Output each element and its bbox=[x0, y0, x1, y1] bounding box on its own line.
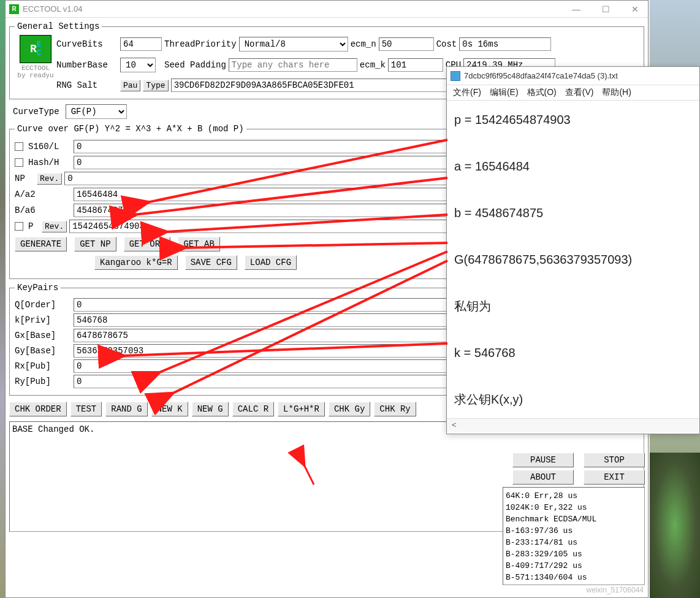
np-rev-button[interactable]: Rev. bbox=[37, 173, 62, 185]
watermark: weixin_51706044 bbox=[587, 586, 644, 594]
notepad-title: 7dcbc9f6f95c48dfaa24f47ca1e74da5 (3).txt bbox=[464, 71, 618, 80]
hash-checkbox[interactable] bbox=[15, 158, 23, 167]
side-panel: PAUSE STOP ABOUT EXIT 64K:0 Err,28 us 10… bbox=[503, 453, 645, 585]
stop-button[interactable]: STOP bbox=[584, 453, 645, 467]
notepad-menu-item[interactable]: 帮助(H) bbox=[602, 87, 631, 98]
btn-new-g[interactable]: NEW G bbox=[192, 402, 229, 416]
seedpadding-label: Seed Padding bbox=[164, 60, 226, 70]
np-label: NP bbox=[15, 174, 34, 183]
threadpriority-select[interactable]: Normal/8 bbox=[239, 37, 348, 52]
notepad-menu-item[interactable]: 格式(O) bbox=[527, 87, 557, 98]
keypairs-legend: KeyPairs bbox=[15, 283, 61, 293]
app-icon: R bbox=[9, 4, 19, 14]
p-checkbox[interactable] bbox=[15, 222, 23, 231]
notepad-menu-item[interactable]: 查看(V) bbox=[565, 87, 594, 98]
ecm-n-input[interactable] bbox=[379, 37, 434, 51]
curvebits-label: CurveBits bbox=[56, 39, 118, 49]
p-label: P bbox=[28, 221, 39, 231]
ecm-k-input[interactable] bbox=[388, 58, 443, 72]
rngsalt-label: RNG Salt bbox=[56, 80, 118, 90]
maximize-icon[interactable]: ☐ bbox=[596, 4, 615, 14]
exit-button[interactable]: EXIT bbox=[584, 470, 645, 485]
btn-chk-order[interactable]: CHK ORDER bbox=[9, 402, 67, 416]
logo-icon: REC bbox=[20, 35, 51, 63]
benchmark-log[interactable]: 64K:0 Err,28 us 1024K:0 Er,322 us Benchm… bbox=[503, 487, 645, 585]
btn-chk-gy[interactable]: CHK Gy bbox=[329, 402, 370, 416]
btn-calc-r[interactable]: CALC R bbox=[232, 402, 274, 416]
notepad-window[interactable]: 7dcbc9f6f95c48dfaa24f47ca1e74da5 (3).txt… bbox=[446, 66, 700, 434]
notepad-menu: 文件(F)编辑(E)格式(O)查看(V)帮助(H) bbox=[447, 85, 699, 101]
seedpadding-input[interactable] bbox=[229, 58, 357, 72]
notepad-menu-item[interactable]: 编辑(E) bbox=[490, 87, 519, 98]
notepad-statusbar: < bbox=[447, 418, 699, 432]
kangaroo-button[interactable]: Kangaroo k*G=R bbox=[94, 255, 178, 270]
curvebits-input[interactable] bbox=[120, 37, 162, 51]
general-legend: General Settings bbox=[15, 21, 102, 31]
ecm-k-label: ecm_k bbox=[360, 60, 386, 70]
gx-label: Gx[Base] bbox=[15, 331, 71, 340]
btn-new-k[interactable]: NEW K bbox=[151, 402, 188, 416]
q-label: Q[Order] bbox=[15, 300, 71, 310]
k-label: k[Priv] bbox=[15, 315, 71, 325]
window-title: ECCTOOL v1.04 bbox=[23, 4, 567, 13]
notepad-titlebar[interactable]: 7dcbc9f6f95c48dfaa24f47ca1e74da5 (3).txt bbox=[447, 67, 699, 85]
getord-button[interactable]: GET ORD bbox=[124, 237, 171, 251]
b-label: B/a6 bbox=[15, 205, 71, 215]
titlebar[interactable]: R ECCTOOL v1.04 — ☐ ✕ bbox=[6, 1, 648, 18]
btn-rand-g[interactable]: RAND G bbox=[105, 402, 147, 416]
p-rev-button[interactable]: Rev. bbox=[42, 221, 67, 232]
curvetype-label: CurveType bbox=[13, 107, 59, 117]
notepad-icon bbox=[451, 71, 460, 81]
notepad-body[interactable]: p = 15424654874903 a = 16546484 b = 4548… bbox=[447, 101, 699, 418]
s160-label: S160/L bbox=[28, 142, 71, 151]
btn-l-g-h-r[interactable]: L*G+H*R bbox=[278, 402, 325, 416]
type-button[interactable]: Type bbox=[143, 80, 168, 91]
s160-checkbox[interactable] bbox=[15, 142, 23, 151]
curve-legend: Curve over GF(P) Y^2 = X^3 + A*X + B (mo… bbox=[15, 124, 246, 134]
logo-name: ECCTOOL bbox=[21, 64, 50, 72]
cost-label: Cost bbox=[436, 39, 457, 49]
notepad-menu-item[interactable]: 文件(F) bbox=[453, 87, 481, 98]
loadcfg-button[interactable]: LOAD CFG bbox=[245, 255, 297, 270]
gy-label: Gy[Base] bbox=[15, 346, 71, 356]
notepad-status-left: < bbox=[452, 420, 457, 429]
savecfg-button[interactable]: SAVE CFG bbox=[185, 255, 237, 270]
getnp-button[interactable]: GET NP bbox=[74, 237, 116, 251]
pau-button[interactable]: Pau bbox=[120, 80, 140, 91]
desktop-foliage bbox=[650, 453, 700, 598]
cost-display bbox=[459, 37, 551, 51]
hash-label: Hash/H bbox=[28, 158, 71, 167]
numberbase-label: NumberBase bbox=[56, 60, 118, 70]
desktop-left-strip bbox=[0, 0, 5, 598]
generate-button[interactable]: GENERATE bbox=[15, 237, 67, 251]
minimize-icon[interactable]: — bbox=[567, 4, 585, 14]
logo-box: REC ECCTOOLby readyu bbox=[15, 35, 56, 94]
logo-author: by readyu bbox=[17, 72, 53, 79]
ry-label: Ry[Pub] bbox=[15, 377, 71, 386]
threadpriority-label: ThreadPriority bbox=[164, 39, 237, 49]
btn-test[interactable]: TEST bbox=[70, 402, 102, 416]
getab-button[interactable]: GET AB bbox=[178, 237, 219, 251]
close-icon[interactable]: ✕ bbox=[626, 4, 644, 14]
rx-label: Rx[Pub] bbox=[15, 361, 71, 371]
a-label: A/a2 bbox=[15, 190, 71, 199]
curvetype-select[interactable]: GF(P) bbox=[66, 104, 127, 119]
pause-button[interactable]: PAUSE bbox=[512, 453, 574, 467]
ecm-n-label: ecm_n bbox=[351, 39, 376, 49]
btn-chk-ry[interactable]: CHK Ry bbox=[374, 402, 416, 416]
about-button[interactable]: ABOUT bbox=[512, 470, 574, 485]
numberbase-select[interactable]: 10 bbox=[120, 58, 156, 72]
